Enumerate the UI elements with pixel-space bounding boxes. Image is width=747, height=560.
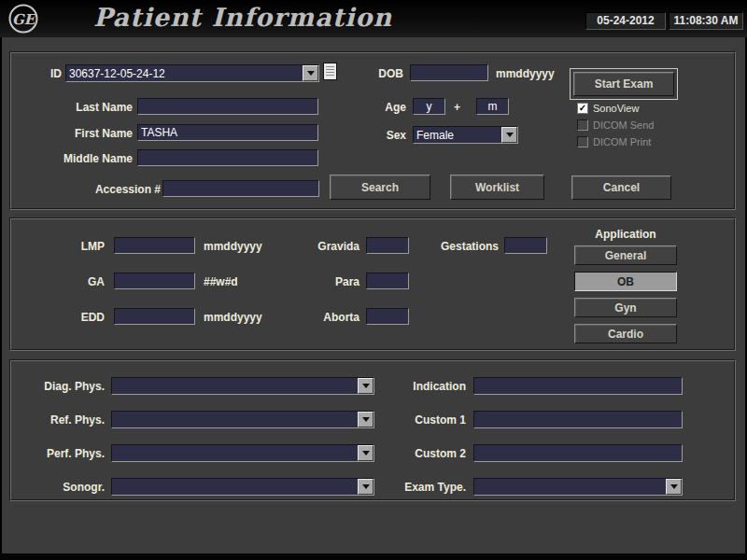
- sex-combo-arrow-button[interactable]: [501, 127, 517, 143]
- custom2-label: Custom 2: [382, 447, 466, 460]
- first-name-label: First Name: [39, 127, 133, 140]
- custom1-label: Custom 1: [382, 413, 466, 427]
- lmp-label: LMP: [49, 240, 105, 253]
- last-name-input[interactable]: [137, 98, 318, 115]
- chevron-down-icon: [670, 484, 678, 489]
- accession-label: Accession #: [67, 183, 161, 196]
- start-exam-button[interactable]: Start Exam: [573, 72, 674, 96]
- dob-format-hint: mmddyyyy: [496, 67, 555, 80]
- middle-name-input[interactable]: [137, 149, 318, 166]
- ref-phys-label: Ref. Phys.: [21, 413, 105, 427]
- id-combo-input[interactable]: [66, 65, 303, 81]
- diag-phys-combo-arrow-button[interactable]: [358, 378, 374, 394]
- age-years-input[interactable]: [413, 98, 445, 115]
- chevron-down-icon: [362, 417, 370, 422]
- sonogr-combo-arrow-button[interactable]: [358, 479, 374, 495]
- sonogr-label: Sonogr.: [21, 481, 105, 494]
- ga-label: GA: [49, 275, 105, 288]
- sonoview-checkbox-label: SonoView: [593, 103, 639, 114]
- perf-phys-combo-input[interactable]: [112, 445, 358, 461]
- title-bar: GE Patient Information 05-24-2012 11:08:…: [0, 0, 747, 37]
- dicom-send-checkbox-label: DICOM Send: [593, 119, 654, 131]
- dicom-print-checkbox-label: DICOM Print: [593, 136, 651, 147]
- middle-name-label: Middle Name: [39, 152, 133, 165]
- worklist-button[interactable]: Worklist: [450, 175, 544, 200]
- sonogr-combo-input[interactable]: [112, 479, 358, 495]
- diag-phys-combo: [111, 377, 374, 395]
- age-plus-sign: +: [454, 101, 460, 114]
- indication-label: Indication: [382, 380, 466, 393]
- ref-phys-combo-input[interactable]: [112, 412, 358, 427]
- sonoview-checkbox[interactable]: ✓ SonoView: [577, 102, 639, 115]
- cancel-button[interactable]: Cancel: [571, 175, 671, 200]
- checkbox-unchecked-icon: [577, 119, 588, 131]
- patient-list-page-icon[interactable]: [323, 63, 337, 80]
- search-button[interactable]: Search: [330, 175, 430, 200]
- application-ob-button[interactable]: OB: [574, 272, 677, 291]
- chevron-down-icon: [362, 484, 370, 489]
- application-general-button[interactable]: General: [574, 245, 677, 265]
- custom1-input[interactable]: [473, 411, 683, 428]
- diag-phys-label: Diag. Phys.: [21, 380, 105, 393]
- gestations-input[interactable]: [504, 237, 547, 254]
- custom2-input[interactable]: [473, 444, 683, 462]
- bottom-edge: [0, 553, 747, 560]
- time-display: 11:08:30 AM: [669, 12, 743, 30]
- sex-combo-input[interactable]: [414, 127, 501, 143]
- id-combo-arrow-button[interactable]: [303, 65, 318, 81]
- para-label: Para: [285, 275, 359, 288]
- staff-panel: Diag. Phys. Ref. Phys. Perf. Phys. Sonog…: [9, 359, 736, 501]
- chevron-down-icon: [307, 71, 315, 76]
- checkbox-checked-icon: ✓: [577, 103, 588, 114]
- svg-text:GE: GE: [12, 11, 37, 28]
- ga-input[interactable]: [114, 273, 195, 289]
- lmp-input[interactable]: [114, 237, 195, 254]
- sex-label: Sex: [359, 129, 406, 142]
- dicom-print-checkbox: DICOM Print: [577, 135, 651, 148]
- edd-label: EDD: [49, 311, 105, 324]
- date-display: 05-24-2012: [585, 12, 666, 30]
- last-name-label: Last Name: [39, 101, 133, 114]
- para-input[interactable]: [366, 273, 409, 289]
- aborta-label: Aborta: [285, 311, 359, 324]
- indication-input[interactable]: [473, 377, 683, 395]
- edd-format-hint: mmddyyyy: [204, 311, 262, 324]
- application-cardio-button[interactable]: Cardio: [574, 324, 677, 343]
- aborta-input[interactable]: [366, 308, 409, 325]
- chevron-down-icon: [362, 384, 370, 388]
- ge-logo-icon: GE: [7, 3, 39, 35]
- perf-phys-combo: [111, 444, 374, 462]
- chevron-down-icon: [362, 451, 370, 455]
- start-exam-focus-ring: Start Exam: [570, 68, 678, 100]
- patient-information-screen: GE Patient Information 05-24-2012 11:08:…: [0, 0, 747, 560]
- patient-panel: ID DOB mmddyyyy Start Exam Last Name Fir…: [9, 51, 736, 210]
- age-months-input[interactable]: [476, 98, 509, 115]
- application-gyn-button[interactable]: Gyn: [574, 298, 677, 317]
- diag-phys-combo-input[interactable]: [112, 378, 358, 394]
- exam-type-label: Exam Type.: [382, 481, 466, 494]
- ga-format-hint: ##w#d: [204, 275, 238, 288]
- exam-type-combo-input[interactable]: [474, 479, 666, 495]
- id-label: ID: [24, 67, 62, 80]
- perf-phys-label: Perf. Phys.: [21, 447, 105, 460]
- sonogr-combo: [111, 478, 374, 496]
- gravida-input[interactable]: [366, 237, 409, 254]
- lmp-format-hint: mmddyyyy: [204, 240, 262, 253]
- chevron-down-icon: [506, 133, 514, 137]
- page-title: Patient Information: [93, 3, 392, 32]
- gestations-label: Gestations: [424, 240, 499, 253]
- dob-input[interactable]: [410, 64, 488, 81]
- ref-phys-combo-arrow-button[interactable]: [358, 412, 374, 427]
- dob-label: DOB: [357, 67, 403, 80]
- edd-input[interactable]: [114, 308, 195, 325]
- exam-type-combo: [473, 478, 683, 496]
- application-label: Application: [574, 228, 677, 241]
- id-combo: [65, 64, 319, 82]
- first-name-input[interactable]: [137, 124, 318, 141]
- ob-panel: LMP mmddyyyy GA ##w#d EDD mmddyyyy Gravi…: [9, 217, 736, 351]
- gravida-label: Gravida: [285, 240, 359, 253]
- accession-input[interactable]: [162, 180, 319, 197]
- exam-type-combo-arrow-button[interactable]: [666, 479, 682, 495]
- dicom-send-checkbox: DICOM Send: [577, 119, 654, 132]
- perf-phys-combo-arrow-button[interactable]: [358, 445, 374, 461]
